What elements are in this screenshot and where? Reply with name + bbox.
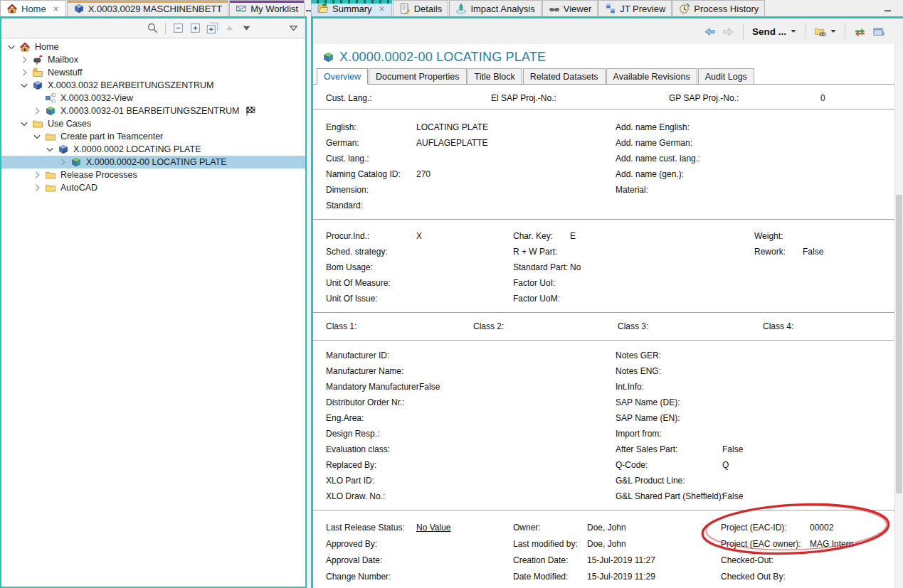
navigator-tabbar: HomeX.0003.0029 MASCHINENBETTMy Worklist (0, 0, 307, 16)
expander-closed-icon[interactable] (31, 169, 43, 181)
tree-item-x-0003-0032-view[interactable]: X.0003.0032-View (1, 92, 305, 105)
field-row: Manufacturer Name: (326, 363, 440, 379)
tab-home[interactable]: Home (0, 0, 66, 16)
link-folder-button[interactable] (814, 26, 836, 38)
field-label: Last modified by: (513, 539, 587, 549)
tab-label: Home (21, 4, 46, 14)
tree-item-x-0003-0032-bearbeitungszentrum[interactable]: X.0003.0032 BEARBEITUNGSZENTRUM (1, 79, 305, 92)
page-title: X.0000.0002-00 LOCATING PLATE (339, 50, 546, 65)
properties-section-3: Procur.Ind.:XSched. strategy:Bom Usage:U… (313, 220, 903, 313)
subtab-related-datasets[interactable]: Related Datasets (523, 68, 606, 84)
field-label: Notes GER: (616, 351, 722, 360)
field-value: 00002 (810, 523, 833, 533)
close-icon[interactable] (378, 5, 386, 13)
field-label: G&L Shared Part (Sheffield): (616, 491, 722, 501)
field-label: English: (326, 122, 416, 132)
expander-open-icon[interactable] (6, 41, 17, 53)
expander-spacer (31, 92, 43, 104)
send-button-label: Send ... (752, 26, 786, 37)
home-icon (19, 41, 31, 53)
sync-icon[interactable] (854, 26, 866, 38)
collapse-all-icon[interactable] (172, 22, 184, 34)
expander-closed-icon[interactable] (31, 182, 43, 193)
tree-item-use-cases[interactable]: Use Cases (1, 117, 305, 130)
subtab-overview[interactable]: Overview (317, 68, 368, 85)
tree-item-x-0000-0002-locating-plate[interactable]: X.0000.0002 LOCATING PLATE (1, 143, 305, 156)
down-arrow-icon[interactable] (241, 22, 253, 34)
minimize-icon[interactable] (884, 4, 893, 13)
field-row: GP SAP Proj.-No.:0 (669, 90, 825, 106)
field-row: Replaced By: (326, 457, 440, 473)
tree-item-x-0003-0032-01-bearbeitungszentrum[interactable]: X.0003.0032-01 BEARBEITUNGSZENTRUM (1, 105, 305, 117)
field-row: Last Release Status:No Value (326, 519, 450, 535)
subtab-audit-logs[interactable]: Audit Logs (698, 68, 754, 84)
toolbar-separator (805, 23, 806, 39)
expand-icon[interactable] (189, 22, 201, 34)
field-value[interactable]: No Value (416, 523, 450, 533)
tree-item-release-processes[interactable]: Release Processes (1, 169, 305, 181)
field-row: Standard Part:No (513, 260, 581, 275)
tree-item-mailbox[interactable]: Mailbox (1, 53, 305, 66)
expander-open-icon[interactable] (19, 80, 30, 91)
tree-item-x-0000-0002-00-locating-plate[interactable]: X.0000.0002-00 LOCATING PLATE (1, 156, 305, 169)
folder-icon (32, 118, 43, 129)
field-row: Unit Of Issue: (326, 291, 422, 306)
folder-icon (45, 131, 56, 142)
tab-viewer[interactable]: Viewer (542, 0, 598, 16)
subtab-document-properties[interactable]: Document Properties (369, 68, 466, 84)
expander-closed-icon[interactable] (19, 67, 30, 78)
search-icon[interactable] (147, 22, 159, 34)
scrollbar-thumb[interactable] (896, 195, 902, 493)
field-row: Owner:Doe, John (513, 519, 655, 535)
expander-closed-icon[interactable] (19, 54, 30, 65)
field-label: Procur.Ind.: (326, 231, 416, 241)
field-row: Project (EAC-ID):00002 (721, 519, 853, 535)
tree-item-autocad[interactable]: AutoCAD (1, 181, 305, 194)
tab-process-history[interactable]: Process History (672, 0, 765, 16)
field-row: Approval Date: (326, 552, 450, 568)
field-label: Design Resp.: (326, 429, 419, 439)
subtab-available-revisions[interactable]: Available Revisions (606, 68, 697, 84)
up-arrow-icon[interactable] (223, 22, 236, 34)
impact-analysis-icon (455, 3, 467, 14)
field-column: Class 2: (473, 319, 541, 334)
tab-impact-analysis[interactable]: Impact Analysis (449, 0, 541, 16)
tree-item-home[interactable]: Home (1, 41, 305, 53)
field-value: False (722, 444, 743, 454)
expand-all-icon[interactable] (206, 22, 218, 34)
send-button[interactable]: Send ... (752, 26, 796, 37)
open-folder-icon[interactable] (872, 26, 884, 38)
field-label: Approval Date: (326, 555, 416, 565)
field-row: SAP Name (DE): (616, 395, 743, 410)
back-arrow-icon[interactable] (704, 26, 716, 38)
tab-jt-preview[interactable]: JT Preview (598, 0, 672, 16)
tab-details[interactable]: Details (393, 0, 449, 16)
view-menu-icon[interactable] (287, 22, 300, 34)
tab-my-worklist[interactable]: My Worklist (229, 0, 305, 16)
field-column: Project (EAC-ID):00002Project (EAC owner… (721, 519, 853, 584)
field-value: 0 (820, 93, 825, 103)
expander-open-icon[interactable] (19, 118, 30, 129)
expander-open-icon[interactable] (44, 144, 56, 155)
close-icon[interactable] (52, 5, 60, 13)
field-row: G&L Product Line: (616, 473, 743, 488)
field-value: False (803, 247, 823, 257)
tab-x-0003-0029-maschinenbett[interactable]: X.0003.0029 MASCHINENBETT (67, 0, 229, 16)
tree-item-create-part-in-teamcenter[interactable]: Create part in Teamcenter (1, 130, 305, 143)
vertical-scrollbar[interactable] (894, 44, 903, 588)
field-row: SAP Name (EN): (616, 410, 743, 426)
field-label: Q-Code: (616, 460, 722, 470)
expander-closed-icon[interactable] (57, 156, 68, 168)
expander-open-icon[interactable] (31, 131, 43, 142)
tree-item-newstuff[interactable]: Newstuff (1, 66, 305, 79)
properties-section-1: Cust. Lang.:El SAP Proj.-No.:GP SAP Proj… (313, 85, 903, 109)
field-row: Cust. Lang.: (326, 90, 490, 106)
field-row: Q-Code:Q (616, 457, 743, 473)
field-value: E (570, 231, 576, 241)
field-label: Unit Of Measure: (326, 278, 416, 288)
expander-closed-icon[interactable] (31, 105, 43, 117)
subtab-title-block[interactable]: Title Block (468, 68, 522, 84)
field-label: Add. name German: (616, 138, 722, 148)
tab-summary[interactable]: Summary (311, 0, 392, 16)
field-column: English:LOCATING PLATEGerman:AUFLAGEPLAT… (326, 119, 488, 213)
